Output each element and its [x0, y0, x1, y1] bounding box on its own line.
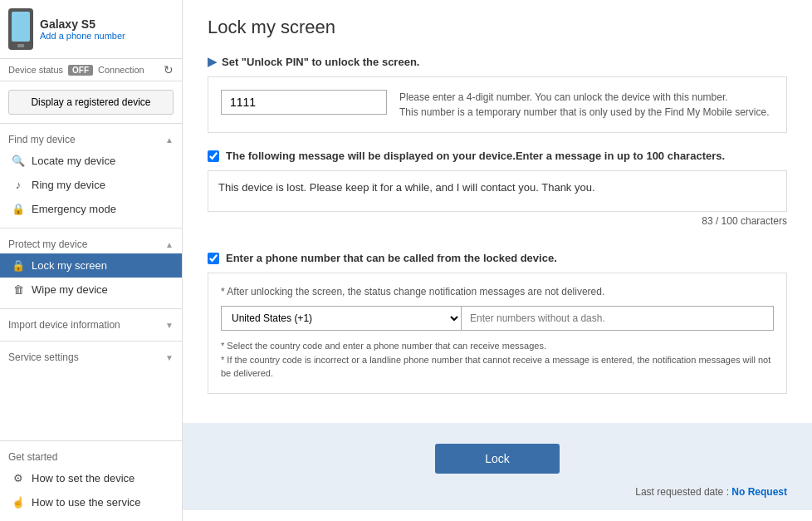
service-settings-label: Service settings	[8, 351, 79, 363]
service-settings-header[interactable]: Service settings ▼	[0, 348, 182, 366]
hand-icon: ☝	[12, 496, 25, 509]
how-use-label: How to use the service	[32, 496, 141, 509]
sidebar-item-ring[interactable]: ♪ Ring my device	[0, 173, 182, 197]
pin-row: Please enter a 4-digit number. You can u…	[221, 90, 774, 120]
add-phone-link[interactable]: Add a phone number	[40, 31, 125, 41]
phone-section-label: Enter a phone number that can be called …	[226, 252, 557, 264]
country-select[interactable]: United States (+1)	[221, 306, 462, 331]
pin-section-label: ▶ Set "Unlock PIN" to unlock the screen.	[208, 55, 787, 68]
phone-note2: * If the country code is incorrect or a …	[221, 353, 774, 381]
gear-icon: ⚙	[12, 472, 25, 484]
chevron-up-icon-2: ▲	[165, 240, 174, 249]
pin-hint-line1: Please enter a 4-digit number. You can u…	[399, 90, 770, 105]
device-name: Galaxy S5	[40, 17, 125, 31]
char-separator: /	[716, 215, 722, 227]
char-label: characters	[741, 215, 787, 227]
sidebar-item-locate[interactable]: 🔍 Locate my device	[0, 149, 182, 173]
phone-checkbox-label: Enter a phone number that can be called …	[208, 252, 787, 264]
pin-hint: Please enter a 4-digit number. You can u…	[399, 90, 770, 120]
service-settings-section: Service settings ▼	[0, 341, 182, 373]
get-started-label: Get started	[0, 448, 182, 466]
pin-section: Please enter a 4-digit number. You can u…	[208, 76, 787, 133]
protect-my-device-section: Protect my device ▲ 🔒 Lock my screen 🗑 W…	[0, 228, 182, 308]
lock-button[interactable]: Lock	[435, 444, 560, 474]
message-section-label: The following message will be displayed …	[226, 150, 725, 162]
find-my-device-section: Find my device ▲ 🔍 Locate my device ♪ Ri…	[0, 123, 182, 228]
lock-icon: 🔒	[12, 259, 25, 272]
wipe-icon: 🗑	[12, 283, 25, 296]
register-device-button[interactable]: Display a registered device	[8, 90, 174, 115]
char-count: 83 / 100 characters	[208, 215, 787, 227]
chevron-up-icon: ▲	[165, 135, 174, 145]
pin-input[interactable]	[221, 90, 387, 115]
phone-section: Enter a phone number that can be called …	[208, 252, 787, 402]
lock-footer: Lock Last requested date : No Request	[183, 423, 812, 510]
phone-note1: * Select the country code and enter a ph…	[221, 339, 774, 353]
locate-icon: 🔍	[12, 155, 25, 167]
device-info: Galaxy S5 Add a phone number	[40, 17, 125, 41]
connection-label: Connection	[98, 65, 144, 75]
find-my-device-label: Find my device	[8, 134, 76, 145]
char-count-value: 83	[702, 215, 712, 227]
last-requested-label: Last requested date :	[635, 486, 729, 498]
sidebar-item-wipe[interactable]: 🗑 Wipe my device	[0, 278, 182, 302]
main-content: Lock my screen ▶ Set "Unlock PIN" to unl…	[183, 0, 812, 521]
device-icon	[8, 8, 33, 50]
char-max: 100	[722, 215, 738, 227]
arrow-icon: ▶	[208, 55, 217, 68]
status-off-badge: OFF	[68, 65, 93, 76]
ring-label: Ring my device	[32, 179, 105, 191]
message-section: The following message will be displayed …	[208, 150, 787, 239]
lock-screen-label: Lock my screen	[32, 259, 107, 272]
get-started-section: Get started ⚙ How to set the device ☝ Ho…	[0, 440, 182, 521]
emergency-icon: 🔒	[12, 203, 25, 215]
device-status-bar: Device status OFF Connection ↻	[0, 59, 182, 81]
sidebar-item-emergency[interactable]: 🔒 Emergency mode	[0, 197, 182, 221]
phone-inputs: United States (+1)	[221, 306, 774, 331]
phone-checkbox[interactable]	[208, 253, 219, 264]
sidebar-item-how-set[interactable]: ⚙ How to set the device	[0, 466, 182, 490]
chevron-down-icon-2: ▼	[165, 353, 174, 362]
locate-label: Locate my device	[32, 155, 115, 167]
pin-hint-line2: This number is a temporary number that i…	[399, 105, 770, 120]
import-device-section: Import device information ▼	[0, 308, 182, 341]
ring-icon: ♪	[12, 179, 25, 191]
sidebar: Galaxy S5 Add a phone number Device stat…	[0, 0, 183, 521]
protect-my-device-label: Protect my device	[8, 238, 87, 250]
phone-notes: * Select the country code and enter a ph…	[221, 339, 774, 381]
last-requested: Last requested date : No Request	[635, 486, 787, 498]
last-requested-value: No Request	[731, 486, 787, 498]
chevron-down-icon: ▼	[165, 321, 174, 330]
pin-instruction: Set "Unlock PIN" to unlock the screen.	[222, 56, 419, 68]
find-my-device-header[interactable]: Find my device ▲	[0, 130, 182, 149]
sidebar-item-how-use[interactable]: ☝ How to use the service	[0, 490, 182, 514]
phone-number-input[interactable]	[462, 306, 774, 331]
notification-note: * After unlocking the screen, the status…	[221, 286, 774, 297]
device-status-label: Device status	[8, 65, 63, 75]
page-title: Lock my screen	[208, 17, 787, 38]
emergency-label: Emergency mode	[32, 203, 116, 215]
phone-section-content: * After unlocking the screen, the status…	[208, 273, 787, 394]
message-text: This device is lost. Please keep it for …	[218, 181, 595, 194]
how-set-label: How to set the device	[32, 472, 135, 484]
device-header: Galaxy S5 Add a phone number	[0, 0, 182, 59]
refresh-icon[interactable]: ↻	[164, 63, 174, 76]
import-device-header[interactable]: Import device information ▼	[0, 316, 182, 334]
message-checkbox-label: The following message will be displayed …	[208, 150, 787, 162]
sidebar-item-lock[interactable]: 🔒 Lock my screen	[0, 253, 182, 278]
message-box[interactable]: This device is lost. Please keep it for …	[208, 170, 787, 212]
message-checkbox[interactable]	[208, 150, 219, 162]
protect-my-device-header[interactable]: Protect my device ▲	[0, 235, 182, 253]
wipe-label: Wipe my device	[32, 283, 108, 296]
import-device-label: Import device information	[8, 319, 120, 331]
